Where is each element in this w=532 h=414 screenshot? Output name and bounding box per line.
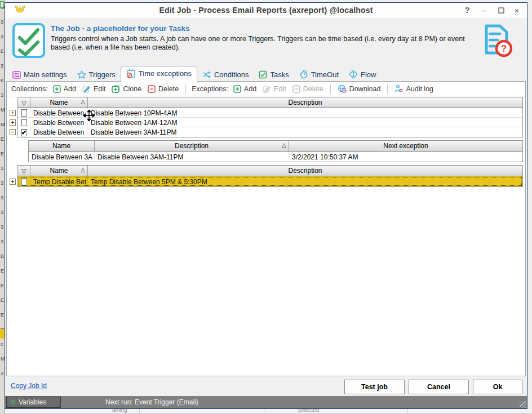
background-text-fragment: 3 [0,161,5,176]
cancel-button[interactable]: Cancel [409,380,469,394]
tab-time-exceptions[interactable]: Time exceptions [121,66,197,82]
header-panel: The Job - a placeholder for your Tasks T… [5,18,527,66]
minimize-button[interactable]: – [476,5,492,16]
background-fragment [0,1,4,8]
background-text-fragment: M [0,117,5,132]
stopwatch-icon [299,70,308,79]
tab-label: Triggers [89,70,116,79]
maximize-button[interactable] [493,5,509,16]
collections-label: Collections: [11,85,48,93]
description-header-cell[interactable]: Description [88,97,522,108]
tab-tasks[interactable]: Tasks [254,68,294,82]
expand-icon[interactable]: + [10,179,16,185]
copy-job-id-link[interactable]: Copy Job Id [11,382,47,390]
next-exception-cell: 3/2/2021 10:50:37 AM [289,152,522,162]
row-checkbox-checked[interactable]: ✔ [21,129,27,136]
background-text-fragment: 3 [0,15,5,29]
collections-clone-button[interactable]: Clone [110,84,143,94]
close-button[interactable]: × [509,5,525,16]
header-label: Description [288,99,322,106]
collections-edit-button[interactable]: Edit [81,84,107,94]
next-exception-header-cell[interactable]: Next exception [289,141,522,151]
variables-button[interactable]: Variables [6,397,61,408]
description-header-cell[interactable]: Description△ [95,141,289,151]
description-cell: Disable Between 3AM-11PM [88,127,522,137]
row-checkbox[interactable] [21,119,27,126]
tab-conditions[interactable]: Conditions [197,68,254,82]
job-checks-icon [12,23,45,58]
background-text-fragment: 3 [0,88,5,103]
sliders-icon [12,71,21,79]
button-label: Download [349,85,381,93]
background-text-fragment: 3 [0,176,5,190]
table-row-selected[interactable]: Temp Disable Bet Temp Disable Between 5P… [18,176,522,186]
tab-timeout[interactable]: TimeOut [294,68,344,82]
exceptions-delete-button[interactable]: Delete [291,84,325,94]
divider [139,409,140,414]
title-bar[interactable]: Edit Job - Process Email Reports (axrepo… [5,3,527,18]
audit-log-button[interactable]: Audit log [393,83,435,94]
test-job-button[interactable]: Test job [344,380,405,394]
background-text-fragment: M [0,103,5,117]
sort-asc-icon: △ [81,167,85,173]
collections-add-button[interactable]: Add [52,84,77,94]
document-help-icon: ? [483,24,512,59]
header-description: Triggers control when a Job starts. A jo… [51,35,484,52]
tab-triggers[interactable]: Triggers [72,68,121,82]
grid-header-row: ▽ Name△ Description [18,166,522,176]
background-text-fragment: 3 [0,366,5,381]
collections-delete-button[interactable]: Delete [147,84,180,94]
download-button[interactable]: Download [336,83,382,94]
exceptions-label: Exceptions: [192,85,228,93]
description-header-cell[interactable]: Description [88,166,522,176]
clone-icon [112,85,120,93]
button-label: Delete [158,85,179,93]
row-checkbox[interactable] [21,109,27,117]
expand-icon[interactable]: + [10,110,16,116]
tab-flow[interactable]: Flow [344,68,381,82]
tab-content: Collections: Add Edit Clone Delete [6,81,526,376]
divider [407,409,408,414]
background-text-fragment: E [0,73,5,88]
name-cell: Temp Disable Bet [30,176,88,186]
background-text-fragment: 3 [0,205,5,220]
filter-header-cell[interactable]: ▽ [18,166,30,176]
background-text-fragment: E [0,132,5,146]
tab-bar: Main settings Triggers Time exceptions C… [5,66,527,82]
variables-icon [10,399,16,405]
help-button[interactable]: ? [459,5,475,16]
tab-label: TimeOut [311,70,339,79]
table-row[interactable]: Disable Between 3A Disable Between 3AM-1… [29,152,522,162]
name-header-cell[interactable]: Name△ [30,166,88,176]
star-icon [77,70,86,79]
collapse-icon[interactable]: − [10,129,16,135]
name-header-cell[interactable]: Name [29,141,95,151]
row-checkbox[interactable] [21,178,27,185]
svg-text:?: ? [501,43,507,54]
description-cell: Temp Disable Between 5PM & 5:30PM [88,176,522,186]
maximize-icon [498,7,504,14]
background-text-fragment: c [0,337,5,351]
grid-header-row: ▽ Name△ Description [18,97,522,108]
button-label: Add [244,85,256,93]
name-header-cell[interactable]: Name△ [30,97,88,108]
filter-header-cell[interactable]: ▽ [18,97,30,108]
background-text-fragment: E [0,308,5,322]
row-checkbox-cell [18,108,30,117]
resize-grip[interactable] [520,401,526,408]
description-cell: Disable Between 3AM-11PM [95,152,289,162]
background-text-fragment: 3 [0,220,5,234]
exceptions-add-button[interactable]: Add [232,84,258,94]
grid-header-row: Name Description△ Next exception [29,141,522,152]
globe-download-icon [338,84,347,93]
table-row[interactable]: ✔ Disable Between Disable Between 3AM-11… [18,127,522,137]
button-label: Edit [274,85,286,93]
tab-main-settings[interactable]: Main settings [7,68,72,82]
exceptions-edit-button[interactable]: Edit [261,84,287,94]
button-label: Clone [123,85,141,93]
ok-button[interactable]: Ok [473,380,522,394]
next-run-status: Next run: Event Trigger (Email) [105,398,198,406]
expand-icon[interactable]: + [10,119,16,126]
edit-job-dialog: Edit Job - Process Email Reports (axrepo… [5,2,527,409]
background-text-fragment: E [0,146,5,161]
